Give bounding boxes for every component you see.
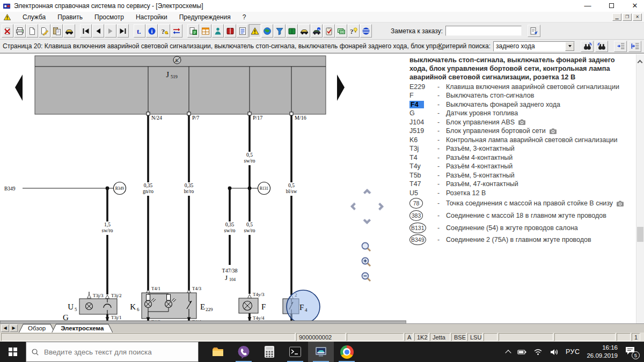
online-button[interactable] [261,24,273,38]
billing-button[interactable] [335,24,347,38]
paste-document-button[interactable] [51,24,63,38]
legend-item[interactable]: T5b - Разъём, 5-контактный [407,171,636,180]
tray-expand-icon[interactable] [505,350,511,356]
legend-item[interactable]: G - Датчик уровня топлива [407,109,636,118]
jump-to-button[interactable] [134,24,145,38]
zoom-in-icon[interactable] [360,256,372,268]
switch-view-button[interactable] [171,24,182,38]
close-button[interactable]: ✕ [630,1,640,11]
close-document-button[interactable] [2,24,13,38]
sheet-tab[interactable]: Электросхема [52,324,112,333]
scrollbar-thumb[interactable] [637,227,643,242]
order-checklist-button[interactable] [323,24,335,38]
language-indicator[interactable]: РУС [566,348,580,356]
component-k6-e229[interactable]: K 6 E 229 T4/1 T4/3 T4/2 T4/4 [130,286,213,324]
menu-item[interactable]: Править [52,13,89,21]
taskbar-chrome[interactable] [334,342,360,362]
taskbar-calculator[interactable] [257,342,282,362]
minimize-button[interactable]: — [583,1,592,11]
first-page-button[interactable] [80,24,92,38]
documents-button[interactable] [187,24,199,38]
menu-item[interactable]: Служба [17,13,52,21]
repair-manual-button[interactable] [224,24,236,38]
search-previous-button[interactable] [595,41,608,52]
component-f-switch[interactable]: F T4y/3 T4y/4 [239,292,266,321]
taskbar-elsa-app[interactable] [308,342,334,362]
scroll-up-icon[interactable] [638,60,643,65]
camera-icon[interactable] [549,128,557,135]
menu-item[interactable]: ? [237,13,252,21]
legend-item[interactable]: F - Выключатель стоп-сигналов [407,91,636,100]
vehicle-data-button[interactable] [63,24,75,38]
taskbar-file-explorer[interactable] [205,342,231,362]
taskbar-search-input[interactable] [44,348,193,356]
legend-item[interactable]: E229 - Клавиша включения аварийной свето… [407,83,636,92]
append-result-button[interactable] [628,41,641,52]
customer-button[interactable] [212,24,224,38]
web-portal-button[interactable] [360,24,372,38]
legend-item[interactable]: 383 - Соединение с массой 18 в главном ж… [407,210,636,222]
legend-scrollbar[interactable] [636,54,644,323]
component-u5-socket[interactable]: U 5 G T3j/3 T3j/2 T3j/1 [63,292,122,322]
restore-button[interactable] [606,1,616,11]
taskbar-viber[interactable] [231,342,257,362]
legend-item[interactable]: B349 - Соединение 2 (75А) в главном жгут… [407,234,636,246]
wiring-diagram-pane[interactable]: K J 519 N/24 P/7 P/17 M/16 [0,54,406,324]
goto-result-button[interactable] [614,41,627,52]
page-previous-arrow[interactable] [15,75,23,101]
legend-item[interactable]: T4y - Разъём 4-контактный [407,162,636,171]
legend-item[interactable]: T3j - Разъём, 3-контактный [407,144,636,153]
search-next-button[interactable] [581,41,594,52]
start-button[interactable] [0,342,26,362]
tabs-scroll-left-button[interactable]: ◀ [1,324,9,332]
component-f4-switch[interactable]: 2 F 4 [283,290,320,323]
next-page-button[interactable] [105,24,116,38]
order-note-input[interactable] [445,26,522,36]
notification-center-button[interactable]: 5 [625,346,638,358]
menu-item[interactable]: Просмотр [89,13,130,21]
menu-item[interactable]: Предупреждения [173,13,237,21]
battery-icon[interactable] [517,348,526,357]
tabs-scroll-right-button[interactable]: ▶ [10,324,18,332]
tips-button[interactable] [348,24,360,38]
mdi-close-button[interactable]: ✕ [633,13,642,21]
combobox-dropdown-button[interactable] [565,42,574,51]
filter-button[interactable] [274,24,286,38]
edit-document-button[interactable] [39,24,50,38]
taskbar-terminal[interactable] [282,342,308,362]
camera-icon[interactable] [518,119,526,125]
window-grid-button[interactable] [200,24,211,38]
send-note-button[interactable] [528,25,540,37]
menu-item[interactable]: Настройки [130,13,173,21]
previous-page-button[interactable] [92,24,104,38]
zoom-out-icon[interactable] [360,271,372,283]
page-next-arrow[interactable] [337,75,345,101]
legend-item[interactable]: U5 - Розетка 12 В [407,189,636,198]
last-page-button[interactable] [117,24,129,38]
print-button[interactable] [14,24,26,38]
taskbar-search[interactable] [26,342,199,362]
control-unit-j519[interactable]: K J 519 [35,56,326,114]
sheet-tab[interactable]: Обзор [19,324,54,333]
camera-icon[interactable] [616,200,624,207]
connection-point-b131[interactable]: B131 [258,182,270,195]
help-topic-button[interactable] [158,24,170,38]
mdi-restore-button[interactable]: ❐ [623,13,632,21]
legend-item[interactable]: T4 - Разъём 4-контактный [407,153,636,162]
search-criteria-combobox[interactable]: заднего хода [493,41,575,51]
mdi-minimize-button[interactable]: ▁ [612,13,621,21]
parts-list-button[interactable] [237,24,248,38]
legend-item[interactable]: B131 - Соединение (54) в жгуте проводов … [407,221,636,234]
new-document-button[interactable] [26,24,38,38]
legend-item[interactable]: J519 - Блок управления бортовой сети [407,127,636,136]
service-book-button[interactable] [286,24,298,38]
legend-item[interactable]: T47 - Разъём, 47-контактный [407,180,636,189]
legend-item[interactable]: J104 - Блок управления ABS [407,118,636,127]
clock[interactable]: 16:16 26.09.2019 [587,344,618,360]
info-button[interactable] [146,24,158,38]
vehicle-search-button[interactable] [298,24,310,38]
legend-item[interactable]: 78 - Точка соединения с массой на правой… [407,197,636,210]
wifi-icon[interactable] [533,348,543,357]
wiring-diagrams-button[interactable] [249,24,261,38]
legend-item[interactable]: K6 - Контрольная лампа аварийной светово… [407,136,636,145]
